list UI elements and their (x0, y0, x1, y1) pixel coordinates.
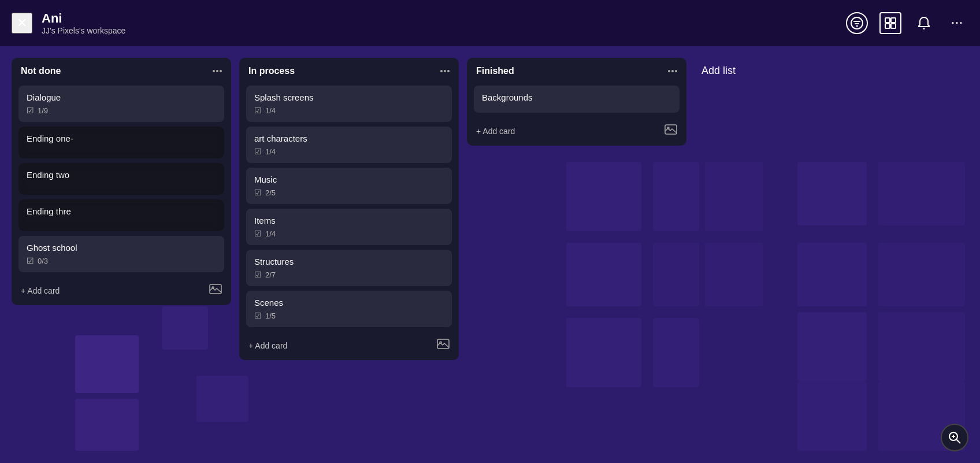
card-title: Ghost school (27, 243, 216, 253)
card-ending-three[interactable]: Ending thre (18, 199, 224, 231)
checkbox-icon: ☑ (254, 311, 262, 320)
filter-icon[interactable] (846, 12, 868, 34)
checkbox-icon: ☑ (254, 270, 262, 279)
add-card-footer-in-process: + Add card (246, 334, 452, 353)
card-ending-one[interactable]: Ending one- (18, 127, 224, 158)
column-title-not-done: Not done (21, 66, 61, 76)
column-menu-finished[interactable] (668, 70, 677, 72)
card-ending-two[interactable]: Ending two (18, 163, 224, 195)
column-in-process: In process Splash screens ☑ 1/4 art char… (239, 58, 459, 360)
grid-view-icon[interactable] (879, 12, 901, 34)
add-card-image-button-in-process[interactable] (437, 339, 450, 352)
card-meta: ☑ 2/7 (254, 270, 444, 279)
card-title: Scenes (254, 298, 444, 308)
column-header-not-done: Not done (18, 65, 224, 81)
board: Not done Dialogue ☑ 1/9 Ending one- Endi… (0, 46, 980, 463)
card-meta: ☑ 1/4 (254, 106, 444, 115)
column-menu-in-process[interactable] (440, 70, 450, 72)
card-progress: 2/5 (265, 188, 276, 197)
add-card-button-in-process[interactable]: + Add card (248, 341, 287, 350)
card-splash-screens[interactable]: Splash screens ☑ 1/4 (246, 86, 452, 122)
card-progress: 1/5 (265, 312, 276, 320)
checkbox-icon: ☑ (254, 106, 262, 115)
header-actions: ··· (846, 12, 968, 34)
svg-rect-7 (891, 24, 896, 28)
card-art-characters[interactable]: art characters ☑ 1/4 (246, 127, 452, 163)
card-progress: 2/7 (265, 271, 276, 279)
zoom-button[interactable] (941, 424, 968, 451)
card-progress: 1/4 (265, 229, 276, 238)
more-options-icon[interactable]: ··· (946, 12, 968, 34)
workspace-name: JJ's Pixels's workspace (42, 26, 837, 35)
card-title: Music (254, 175, 444, 184)
card-meta: ☑ 2/5 (254, 188, 444, 197)
add-card-footer-not-done: + Add card (18, 279, 224, 298)
card-title: Items (254, 216, 444, 225)
svg-line-16 (956, 439, 960, 443)
card-music[interactable]: Music ☑ 2/5 (246, 168, 452, 204)
card-progress: 1/4 (265, 106, 276, 115)
card-meta: ☑ 1/4 (254, 147, 444, 156)
card-dialogue[interactable]: Dialogue ☑ 1/9 (18, 86, 224, 122)
column-menu-not-done[interactable] (213, 70, 222, 72)
add-list-button[interactable]: Add list (695, 60, 743, 82)
column-header-in-process: In process (246, 65, 452, 81)
checkbox-icon: ☑ (27, 256, 34, 265)
add-card-button-finished[interactable]: + Add card (476, 127, 515, 136)
column-title-in-process: In process (248, 66, 295, 76)
checkbox-icon: ☑ (254, 229, 262, 238)
column-finished: Finished Backgrounds + Add card (467, 58, 686, 146)
checkbox-icon: ☑ (27, 106, 34, 115)
header-title-block: Ani JJ's Pixels's workspace (42, 11, 837, 35)
add-card-image-button-finished[interactable] (665, 124, 677, 138)
card-meta: ☑ 1/9 (27, 106, 216, 115)
add-card-button-not-done[interactable]: + Add card (21, 286, 60, 295)
card-title: Structures (254, 257, 444, 266)
svg-rect-5 (891, 18, 896, 23)
add-card-footer-finished: + Add card (474, 120, 680, 139)
card-backgrounds[interactable]: Backgrounds (474, 86, 680, 113)
card-progress: 0/3 (38, 257, 48, 265)
svg-point-8 (923, 28, 925, 29)
card-meta: ☑ 1/4 (254, 229, 444, 238)
card-items[interactable]: Items ☑ 1/4 (246, 209, 452, 245)
card-meta: ☑ 0/3 (27, 256, 216, 265)
column-not-done: Not done Dialogue ☑ 1/9 Ending one- Endi… (12, 58, 231, 305)
card-title: Ending two (27, 170, 216, 180)
card-title: Splash screens (254, 92, 444, 102)
card-scenes[interactable]: Scenes ☑ 1/5 (246, 291, 452, 327)
svg-rect-6 (885, 24, 890, 28)
app-header: ✕ Ani JJ's Pixels's workspace (0, 0, 980, 46)
column-header-finished: Finished (474, 65, 680, 81)
checkbox-icon: ☑ (254, 147, 262, 156)
add-card-image-button-not-done[interactable] (209, 284, 222, 297)
card-progress: 1/9 (38, 106, 48, 115)
card-title: Dialogue (27, 92, 216, 102)
card-structures[interactable]: Structures ☑ 2/7 (246, 250, 452, 286)
card-ghost-school[interactable]: Ghost school ☑ 0/3 (18, 236, 224, 272)
column-title-finished: Finished (476, 66, 514, 76)
card-title: Ending one- (27, 134, 216, 143)
card-progress: 1/4 (265, 147, 276, 156)
checkbox-icon: ☑ (254, 188, 262, 197)
card-meta: ☑ 1/5 (254, 311, 444, 320)
notification-icon[interactable] (913, 12, 935, 34)
card-title: Backgrounds (482, 92, 671, 102)
card-title: Ending thre (27, 206, 216, 216)
svg-point-0 (851, 17, 863, 29)
board-title: Ani (42, 11, 837, 26)
svg-rect-4 (885, 18, 890, 23)
card-title: art characters (254, 134, 444, 143)
close-button[interactable]: ✕ (12, 13, 32, 34)
